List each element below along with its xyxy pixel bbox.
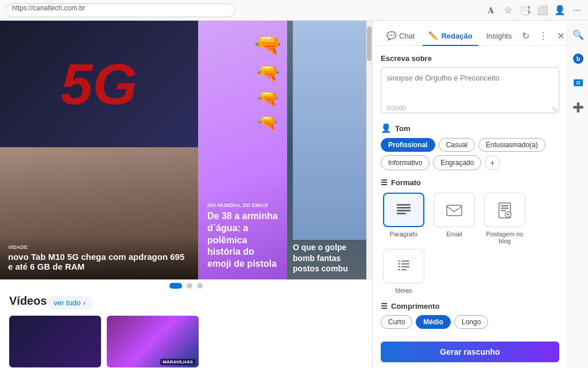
tone-label: Tom — [395, 124, 410, 133]
compose-textarea[interactable] — [381, 67, 559, 113]
length-section: ☰ Comprimento Curto Médio Longo — [381, 302, 559, 329]
search-icon[interactable]: 🔍 — [570, 26, 586, 43]
chip-engracado[interactable]: Engraçado — [433, 155, 481, 170]
favorites-icon[interactable]: 📑 — [520, 5, 531, 16]
star-icon[interactable]: ☆ — [503, 5, 513, 16]
cards-area: 5G VIDADE novo Tab M10 5G chega com apdr… — [0, 21, 372, 279]
chip-informativo[interactable]: Informativo — [381, 155, 430, 170]
format-card-postagem[interactable]: Postagem no blog — [482, 193, 528, 244]
svg-rect-0 — [397, 204, 411, 206]
videos-header: Vídeos ver tudo › — [9, 294, 363, 311]
bing-icon[interactable]: b — [570, 51, 586, 67]
tab-redacao[interactable]: ✏️ Redação — [423, 26, 478, 46]
sidebar-tabs: 💬 Chat ✏️ Redação Insights ↻ ⋮ ✕ — [373, 21, 567, 46]
more-options-button[interactable]: ⋮ — [536, 28, 550, 44]
svg-text:O: O — [576, 80, 580, 86]
main-content: 5G VIDADE novo Tab M10 5G chega com apdr… — [0, 21, 588, 368]
chip-curto[interactable]: Curto — [381, 315, 412, 329]
dot-3[interactable] — [197, 283, 203, 289]
format-icon: ☰ — [381, 178, 388, 187]
emoji-icons: 🔫 🔫 🔫 🔫 — [254, 32, 281, 132]
browser-toolbar: https://canaltech.com.br 𝐀 ☆ 📑 ⬜ 👤 ··· — [0, 0, 588, 21]
length-chips: Curto Médio Longo — [381, 315, 559, 329]
close-button[interactable]: ✕ — [555, 28, 567, 44]
emoji-tag: DIA MUNDIAL DO EMOJI — [207, 202, 278, 208]
chip-profissional[interactable]: Profissional — [381, 138, 435, 152]
browser-icons: 𝐀 ☆ 📑 ⬜ 👤 ··· — [486, 5, 582, 16]
resize-handle[interactable]: ⤡ — [552, 105, 558, 113]
svg-rect-7 — [501, 208, 509, 209]
chip-entusiasmado[interactable]: Entusiasmado(a) — [478, 138, 546, 152]
card-sky[interactable]: FIQUE DE O que o golpe bomb fantas posto… — [287, 21, 372, 279]
chip-add-button[interactable]: + — [485, 155, 500, 170]
format-card-paragrafo[interactable]: Parágrafo — [381, 193, 427, 244]
card-person[interactable]: VIDADE novo Tab M10 5G chega com apdrago… — [0, 147, 198, 279]
videos-title: Vídeos — [9, 294, 47, 308]
browser-window: https://canaltech.com.br 𝐀 ☆ 📑 ⬜ 👤 ··· 5… — [0, 0, 588, 368]
generate-button[interactable]: Gerar rascunho — [381, 342, 559, 362]
ver-tudo-button[interactable]: ver tudo › — [47, 296, 92, 309]
chip-medio[interactable]: Médio — [416, 315, 451, 329]
paragrafo-label: Parágrafo — [390, 231, 417, 237]
card-person-content: VIDADE novo Tab M10 5G chega com apdrago… — [0, 236, 198, 279]
card-person-tag: VIDADE — [8, 244, 190, 250]
video-thumb-2[interactable]: MARAVILHAS — [107, 316, 199, 367]
video-thumbnails: MARAVILHAS — [9, 316, 363, 367]
insights-tab-label: Insights — [486, 32, 512, 40]
svg-rect-13 — [401, 260, 409, 262]
format-section: ☰ Formato — [381, 178, 559, 294]
chevron-right-icon: › — [83, 298, 86, 307]
svg-rect-12 — [398, 260, 400, 262]
address-bar[interactable]: https://canaltech.com.br — [6, 3, 235, 17]
video-thumb-1[interactable] — [9, 316, 101, 367]
refresh-button[interactable]: ↻ — [520, 28, 532, 44]
chip-longo[interactable]: Longo — [454, 315, 488, 329]
webpage: 5G VIDADE novo Tab M10 5G chega com apdr… — [0, 21, 372, 368]
left-column: 5G VIDADE novo Tab M10 5G chega com apdr… — [0, 21, 198, 279]
tone-header: 👤 Tom — [381, 123, 559, 133]
font-icon[interactable]: 𝐀 — [486, 5, 496, 16]
char-count: 0/2000 — [386, 105, 406, 112]
emoji-title: De 38 a arminha d´água: a polêmica histó… — [207, 210, 278, 270]
tab-chat[interactable]: 💬 Chat — [381, 26, 420, 46]
tab-icon[interactable]: ⬜ — [537, 5, 548, 16]
chat-tab-icon: 💬 — [386, 31, 396, 40]
outlook-icon[interactable]: O — [570, 75, 586, 91]
svg-rect-17 — [401, 266, 409, 267]
card-5g[interactable]: 5G — [0, 21, 198, 147]
textarea-wrapper: 0/2000 ⤡ — [381, 67, 559, 115]
postagem-label: Postagem no blog — [482, 231, 528, 244]
dot-1[interactable] — [169, 283, 182, 289]
carousel-dots — [0, 283, 372, 289]
scrollbar-thumb[interactable] — [367, 26, 372, 61]
svg-rect-2 — [397, 210, 411, 212]
svg-rect-3 — [397, 213, 406, 214]
add-icon[interactable]: ➕ — [570, 99, 586, 115]
tab-insights[interactable]: Insights — [481, 27, 518, 46]
postagem-icon — [484, 193, 525, 227]
ideias-label: Ideias — [395, 287, 412, 294]
format-card-ideias[interactable]: Ideias — [381, 249, 427, 294]
format-card-email[interactable]: Email — [431, 193, 477, 244]
svg-rect-15 — [401, 263, 409, 264]
redacao-tab-icon: ✏️ — [428, 31, 438, 40]
svg-rect-4 — [447, 205, 462, 216]
svg-rect-1 — [397, 207, 411, 209]
format-label: Formato — [391, 178, 421, 187]
length-header: ☰ Comprimento — [381, 302, 559, 310]
card-emoji[interactable]: 🔫 🔫 🔫 🔫 DIA MUNDIAL DO EMOJI De 38 a arm… — [198, 21, 287, 279]
dot-2[interactable] — [187, 283, 192, 289]
svg-rect-19 — [401, 269, 407, 270]
profile-icon[interactable]: 👤 — [555, 5, 565, 16]
5g-text: 5G — [61, 55, 137, 113]
squirt-emoji: 🔫 — [257, 89, 278, 109]
format-header: ☰ Formato — [381, 178, 559, 187]
sky-title: O que o golpe bomb fantas postos combu — [293, 242, 366, 274]
svg-rect-14 — [398, 263, 400, 264]
thumb2-logo: MARAVILHAS — [160, 359, 195, 365]
bing-sidebar: 💬 Chat ✏️ Redação Insights ↻ ⋮ ✕ — [372, 21, 567, 368]
svg-rect-18 — [398, 269, 400, 270]
more-icon[interactable]: ··· — [572, 5, 582, 16]
scroll-bar[interactable] — [366, 21, 372, 279]
chip-casual[interactable]: Casual — [439, 138, 475, 152]
